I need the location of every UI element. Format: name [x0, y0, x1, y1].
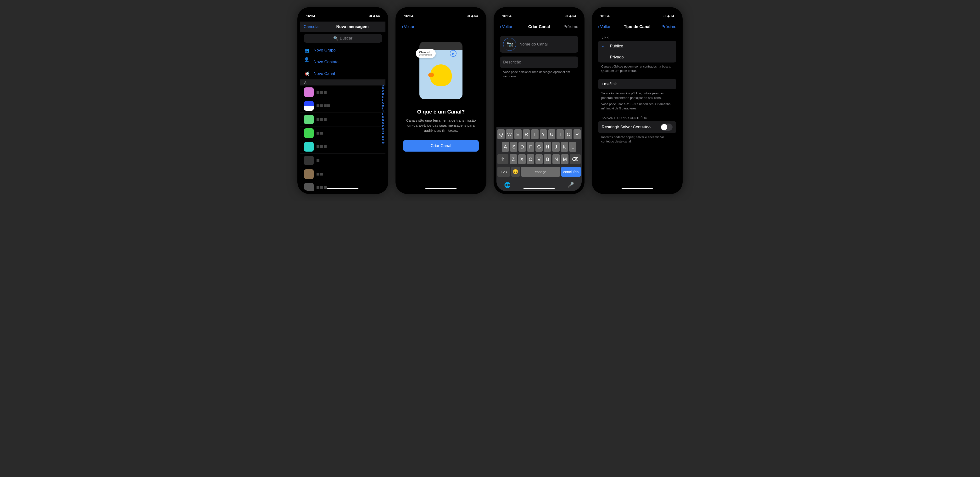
description-input[interactable] [503, 60, 575, 65]
new-channel-button[interactable]: 📢 Novo Canal [300, 68, 385, 80]
contact-row[interactable] [300, 168, 385, 181]
alpha-letter[interactable]: D [382, 93, 385, 96]
key-d[interactable]: D [519, 142, 526, 152]
next-button[interactable]: Próximo [563, 24, 578, 29]
contact-row[interactable] [300, 86, 385, 99]
link-input[interactable]: t.me/link [598, 79, 676, 89]
alpha-letter[interactable]: J [382, 110, 385, 113]
space-key[interactable]: espaço [521, 167, 560, 177]
key-w[interactable]: W [506, 129, 513, 139]
keyboard[interactable]: QWERTYUIOP ASDFGHJKL ⇧ ZXCVBNM ⌫ 123 😊 e… [496, 128, 582, 191]
key-n[interactable]: N [552, 154, 560, 164]
page-title: Criar Canal [528, 24, 550, 29]
alpha-letter[interactable]: P [382, 124, 385, 127]
key-c[interactable]: C [527, 154, 534, 164]
key-v[interactable]: V [535, 154, 543, 164]
key-a[interactable]: A [502, 142, 509, 152]
time: 16:34 [600, 14, 609, 18]
contact-row[interactable] [300, 154, 385, 168]
restrict-label: Restringir Salvar Conteúdo [602, 125, 651, 129]
notch [327, 7, 358, 14]
private-option[interactable]: Privado [598, 52, 676, 62]
new-group-button[interactable]: 👥 Novo Grupo [300, 45, 385, 56]
key-r[interactable]: R [523, 129, 530, 139]
visibility-options: ✓ Público Privado [598, 41, 676, 62]
key-z[interactable]: Z [510, 154, 517, 164]
alpha-letter[interactable]: N [382, 119, 385, 121]
numeric-key[interactable]: 123 [497, 167, 510, 177]
search-input[interactable]: 🔍 Buscar [304, 34, 382, 43]
cancel-button[interactable]: Cancelar [304, 24, 320, 29]
home-indicator[interactable] [622, 188, 653, 189]
create-channel-button[interactable]: Criar Canal [403, 140, 479, 152]
key-x[interactable]: X [518, 154, 526, 164]
contact-list[interactable] [300, 86, 385, 191]
alpha-letter[interactable]: V [382, 139, 385, 142]
key-i[interactable]: I [557, 129, 564, 139]
alpha-letter[interactable]: E [382, 96, 385, 99]
contact-row[interactable] [300, 140, 385, 154]
back-button[interactable]: ‹Voltar [402, 24, 414, 30]
phone-create-channel: 16:34 •ıl◈64 ‹Voltar Criar Canal Próximo… [493, 7, 584, 194]
alpha-letter[interactable]: H [382, 104, 385, 107]
home-indicator[interactable] [425, 188, 457, 189]
alpha-letter[interactable]: M [382, 116, 385, 118]
alpha-letter[interactable]: T [382, 133, 385, 136]
key-b[interactable]: B [544, 154, 551, 164]
alpha-letter[interactable]: F [382, 99, 385, 101]
key-f[interactable]: F [527, 142, 534, 152]
alpha-letter[interactable]: B [382, 87, 385, 90]
home-indicator[interactable] [327, 188, 358, 189]
key-o[interactable]: O [565, 129, 572, 139]
back-button[interactable]: ‹Voltar [598, 24, 611, 30]
key-k[interactable]: K [561, 142, 568, 152]
nav-bar: ‹Voltar [398, 22, 484, 32]
key-p[interactable]: P [573, 129, 581, 139]
key-u[interactable]: U [548, 129, 555, 139]
contact-row[interactable] [300, 126, 385, 140]
description-help: Você pode adicionar uma descrição opcion… [496, 68, 582, 80]
contact-row[interactable] [300, 99, 385, 113]
key-m[interactable]: M [561, 154, 568, 164]
contact-row[interactable] [300, 113, 385, 126]
emoji-key[interactable]: 😊 [511, 167, 520, 177]
alpha-letter[interactable]: G [382, 102, 385, 104]
done-key[interactable]: concluído [561, 167, 581, 177]
alpha-letter[interactable]: R [382, 128, 385, 130]
alpha-letter[interactable]: O [382, 122, 385, 124]
key-q[interactable]: Q [497, 129, 504, 139]
alpha-letter[interactable]: S [382, 130, 385, 133]
alpha-letter[interactable]: L [382, 113, 385, 116]
phone-new-message: 16:34 •ıl ◈ 64 Cancelar Nova mensagem 🔍 … [298, 7, 388, 194]
alpha-letter[interactable]: W [382, 142, 385, 144]
key-y[interactable]: Y [540, 129, 547, 139]
key-j[interactable]: J [552, 142, 559, 152]
mic-icon[interactable]: 🎤 [568, 182, 574, 188]
home-indicator[interactable] [523, 188, 555, 189]
camera-icon: 📷 [506, 41, 513, 48]
key-s[interactable]: S [510, 142, 517, 152]
shift-key[interactable]: ⇧ [497, 154, 508, 164]
alpha-letter[interactable]: U [382, 136, 385, 139]
alpha-index[interactable]: ABCDEFGHIJLMNOPRSTUVW [382, 84, 385, 144]
contact-row[interactable] [300, 181, 385, 191]
key-l[interactable]: L [569, 142, 576, 152]
key-e[interactable]: E [514, 129, 522, 139]
alpha-letter[interactable]: A [382, 84, 385, 87]
chevron-left-icon: ‹ [500, 24, 501, 30]
channel-name-input[interactable] [519, 42, 575, 47]
restrict-toggle[interactable] [660, 124, 673, 131]
key-g[interactable]: G [535, 142, 542, 152]
public-option[interactable]: ✓ Público [598, 41, 676, 52]
back-button[interactable]: ‹Voltar [500, 24, 512, 30]
alpha-letter[interactable]: I [382, 107, 385, 110]
new-contact-button[interactable]: 👤⁺ Novo Contato [300, 56, 385, 68]
key-h[interactable]: H [544, 142, 551, 152]
key-t[interactable]: T [531, 129, 538, 139]
next-button[interactable]: Próximo [662, 24, 676, 29]
backspace-key[interactable]: ⌫ [570, 154, 581, 164]
alpha-letter[interactable]: C [382, 90, 385, 93]
link-section-label: LINK [595, 32, 680, 41]
globe-icon[interactable]: 🌐 [504, 182, 511, 188]
add-photo-button[interactable]: 📷 [503, 38, 516, 51]
